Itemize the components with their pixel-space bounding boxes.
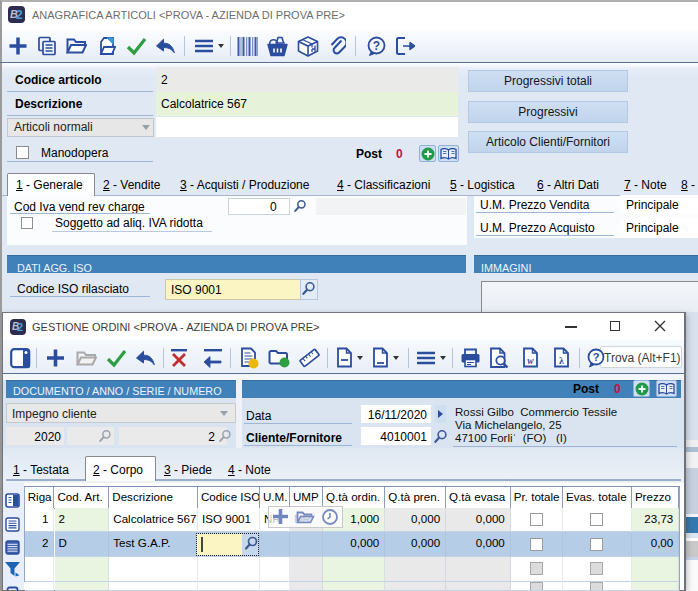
svg-text:λ: λ: [559, 355, 564, 366]
svg-text:w: w: [527, 356, 534, 366]
svg-text:?: ?: [373, 39, 380, 53]
svg-text:?: ?: [593, 351, 600, 363]
